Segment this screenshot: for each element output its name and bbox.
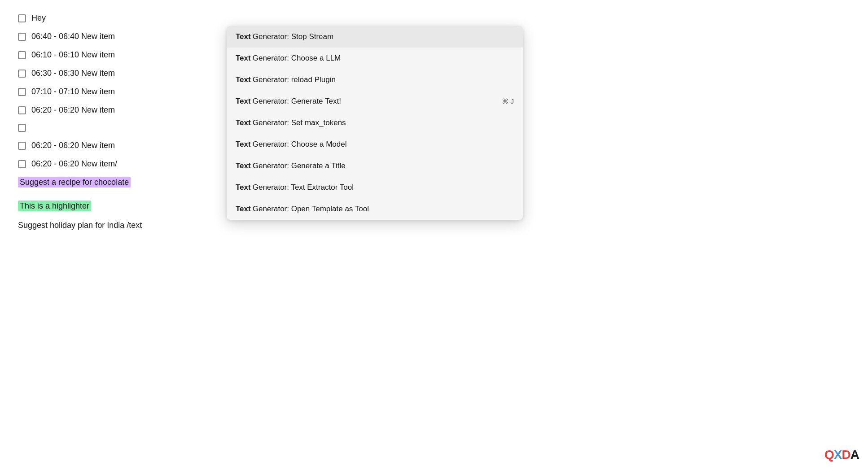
checkbox-empty[interactable] bbox=[18, 124, 26, 132]
checkbox-0620a[interactable] bbox=[18, 106, 26, 114]
menu-item-generate-text-label: Text Generator: Generate Text! bbox=[236, 97, 341, 106]
item-text-0620b: 06:20 - 06:20 New item bbox=[31, 141, 115, 150]
list-item-0620c: 06:20 - 06:20 New item/ bbox=[18, 155, 206, 173]
item-text-0640: 06:40 - 06:40 New item bbox=[31, 32, 115, 41]
menu-item-generate-title-label: Text Generator: Generate a Title bbox=[236, 161, 346, 170]
menu-item-text-extractor-label: Text Generator: Text Extractor Tool bbox=[236, 183, 354, 192]
menu-item-set-max-tokens-regular: Generator: Set max_tokens bbox=[253, 118, 346, 127]
list-item-0610: 06:10 - 06:10 New item bbox=[18, 46, 206, 64]
menu-item-text-extractor-regular: Generator: Text Extractor Tool bbox=[253, 183, 354, 192]
menu-item-choose-model-bold: Text bbox=[236, 140, 251, 149]
menu-item-generate-title[interactable]: Text Generator: Generate a Title bbox=[227, 155, 523, 177]
list-item-0620b: 06:20 - 06:20 New item bbox=[18, 136, 206, 155]
xda-logo-a: A bbox=[850, 448, 859, 462]
main-content: Hey 06:40 - 06:40 New item 06:10 - 06:10… bbox=[0, 0, 224, 246]
menu-item-stop-stream[interactable]: Text Generator: Stop Stream bbox=[227, 26, 523, 48]
plain-text-content: Suggest holiday plan for India /text bbox=[18, 221, 142, 230]
list-item-hey: Hey bbox=[18, 9, 206, 27]
menu-item-choose-model-regular: Generator: Choose a Model bbox=[253, 140, 347, 149]
menu-item-choose-llm-regular: Generator: Choose a LLM bbox=[253, 54, 341, 63]
item-text-0620a: 06:20 - 06:20 New item bbox=[31, 105, 115, 115]
menu-item-reload-plugin[interactable]: Text Generator: reload Plugin bbox=[227, 69, 523, 91]
xda-logo: QXDA bbox=[824, 448, 859, 462]
list-item-empty bbox=[18, 119, 206, 136]
context-menu: Text Generator: Stop Stream Text Generat… bbox=[227, 26, 523, 220]
checkbox-0710[interactable] bbox=[18, 88, 26, 96]
menu-item-choose-model-label: Text Generator: Choose a Model bbox=[236, 140, 347, 149]
menu-item-generate-title-regular: Generator: Generate a Title bbox=[253, 161, 346, 170]
menu-item-reload-plugin-label: Text Generator: reload Plugin bbox=[236, 75, 336, 84]
checkbox-0610[interactable] bbox=[18, 51, 26, 59]
list-item-0620a: 06:20 - 06:20 New item bbox=[18, 101, 206, 119]
list-item-0710: 07:10 - 07:10 New item bbox=[18, 83, 206, 101]
item-text-0630: 06:30 - 06:30 New item bbox=[31, 69, 115, 78]
menu-item-open-template-regular: Generator: Open Template as Tool bbox=[253, 205, 369, 214]
menu-item-text-extractor-bold: Text bbox=[236, 183, 251, 192]
menu-item-stop-stream-regular: Generator: Stop Stream bbox=[253, 32, 333, 41]
menu-item-text-extractor[interactable]: Text Generator: Text Extractor Tool bbox=[227, 177, 523, 198]
menu-item-generate-text-shortcut: ⌘ J bbox=[502, 97, 514, 105]
menu-item-set-max-tokens-label: Text Generator: Set max_tokens bbox=[236, 118, 346, 127]
menu-item-generate-text-bold: Text bbox=[236, 97, 251, 106]
menu-item-choose-llm-bold: Text bbox=[236, 54, 251, 63]
xda-logo-d: D bbox=[842, 448, 850, 462]
list-item-0630: 06:30 - 06:30 New item bbox=[18, 64, 206, 83]
highlighted-purple-row: Suggest a recipe for chocolate bbox=[18, 173, 206, 192]
xda-logo-q: Q bbox=[824, 448, 834, 462]
highlighted-purple-text: Suggest a recipe for chocolate bbox=[18, 177, 131, 188]
menu-item-stop-stream-bold: Text bbox=[236, 32, 251, 41]
menu-item-choose-llm[interactable]: Text Generator: Choose a LLM bbox=[227, 48, 523, 69]
menu-item-reload-plugin-bold: Text bbox=[236, 75, 251, 84]
menu-item-set-max-tokens-bold: Text bbox=[236, 118, 251, 127]
list-item-0640: 06:40 - 06:40 New item bbox=[18, 27, 206, 46]
menu-item-choose-llm-label: Text Generator: Choose a LLM bbox=[236, 54, 341, 63]
menu-item-reload-plugin-regular: Generator: reload Plugin bbox=[253, 75, 336, 84]
menu-item-open-template-bold: Text bbox=[236, 205, 251, 214]
menu-item-generate-text-regular: Generator: Generate Text! bbox=[253, 97, 341, 106]
menu-item-open-template-label: Text Generator: Open Template as Tool bbox=[236, 205, 369, 214]
checkbox-0620b[interactable] bbox=[18, 142, 26, 150]
menu-item-generate-title-bold: Text bbox=[236, 161, 251, 170]
item-text-0710: 07:10 - 07:10 New item bbox=[31, 87, 115, 96]
menu-item-generate-text[interactable]: Text Generator: Generate Text! ⌘ J bbox=[227, 91, 523, 112]
menu-item-choose-model[interactable]: Text Generator: Choose a Model bbox=[227, 134, 523, 155]
checkbox-0630[interactable] bbox=[18, 70, 26, 78]
item-text-0610: 06:10 - 06:10 New item bbox=[31, 50, 115, 60]
checkbox-hey[interactable] bbox=[18, 14, 26, 22]
plain-text-row: Suggest holiday plan for India /text bbox=[18, 214, 206, 237]
menu-item-stop-stream-label: Text Generator: Stop Stream bbox=[236, 32, 333, 41]
item-text-hey: Hey bbox=[31, 13, 46, 23]
menu-item-set-max-tokens[interactable]: Text Generator: Set max_tokens bbox=[227, 112, 523, 134]
checkbox-0620c[interactable] bbox=[18, 160, 26, 168]
item-text-0620c: 06:20 - 06:20 New item/ bbox=[31, 159, 117, 169]
menu-item-open-template[interactable]: Text Generator: Open Template as Tool bbox=[227, 198, 523, 220]
xda-logo-x: X bbox=[834, 448, 842, 462]
checkbox-0640[interactable] bbox=[18, 33, 26, 41]
highlighted-green-text: This is a highlighter bbox=[18, 201, 91, 211]
highlighted-green-row: This is a highlighter bbox=[18, 199, 206, 214]
